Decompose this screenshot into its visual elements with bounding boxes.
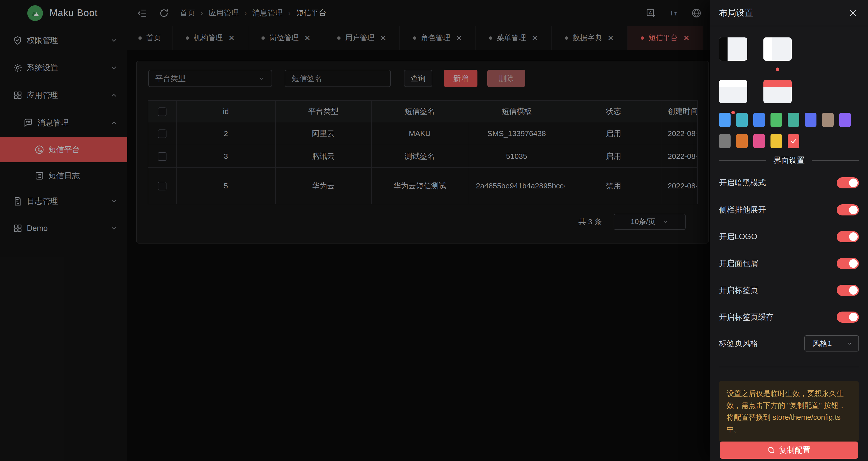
thumb-header-bar [719, 80, 747, 87]
copy-config-label: 复制配置 [779, 445, 810, 456]
color-swatch[interactable] [771, 134, 782, 148]
thumb-dark-sidebar-layout[interactable] [719, 37, 747, 61]
color-swatch[interactable] [753, 113, 765, 127]
app-root: Maku Boot 权限管理 系统设置 应用管理 消息管理 短信平台 [0, 0, 868, 461]
tabs-cache-toggle[interactable] [837, 312, 859, 323]
color-swatch[interactable] [753, 134, 765, 148]
setting-logo: 开启LOGO [719, 231, 859, 242]
logo-toggle[interactable] [837, 231, 859, 242]
thumb-header-bar [764, 80, 792, 87]
setting-breadcrumb: 开启面包屑 [719, 258, 859, 269]
thumb-light-header-layout[interactable] [719, 80, 747, 103]
setting-dark-mode: 开启暗黑模式 [719, 177, 859, 189]
close-icon[interactable] [848, 8, 858, 18]
section-title: 界面设置 [773, 155, 805, 166]
drawer-divider [719, 367, 859, 367]
tab-style-select[interactable]: 风格1 [804, 335, 859, 351]
section-divider: 界面设置 [719, 155, 859, 165]
setting-tab-style: 标签页风格 风格1 [719, 335, 859, 351]
breadcrumb-toggle[interactable] [837, 258, 859, 269]
notice-box: 设置之后仅是临时生效，要想永久生效，需点击下方的 "复制配置" 按钮，将配置替换… [719, 381, 859, 442]
thumb-selected-dot [731, 111, 735, 114]
color-swatch[interactable] [736, 134, 748, 148]
color-swatch[interactable] [822, 113, 834, 127]
copy-icon [768, 446, 775, 454]
color-swatch[interactable] [788, 113, 799, 127]
color-swatch[interactable] [839, 113, 851, 127]
thumb-sidebar-strip [719, 37, 727, 61]
color-swatch[interactable] [719, 113, 731, 127]
color-swatch-selected[interactable] [788, 134, 799, 148]
setting-tabs-cache: 开启标签页缓存 [719, 312, 859, 323]
color-swatch[interactable] [736, 113, 748, 127]
color-swatch[interactable] [719, 134, 731, 148]
drawer-title: 布局设置 [719, 7, 753, 19]
thumb-light-sidebar-layout[interactable] [764, 37, 792, 61]
setting-tabs: 开启标签页 [719, 285, 859, 296]
dark-mode-toggle[interactable] [837, 177, 859, 189]
thumb-selected-dot [776, 67, 779, 71]
copy-config-button[interactable]: 复制配置 [720, 441, 858, 459]
chevron-down-icon [846, 340, 853, 347]
thumb-primary-header-layout[interactable] [764, 80, 792, 103]
thumb-sidebar-strip [764, 37, 772, 61]
setting-sidebar-accordion: 侧栏排他展开 [719, 204, 859, 215]
sidebar-accordion-toggle[interactable] [837, 204, 859, 215]
layout-settings-drawer: 布局设置 界面设置 [710, 0, 868, 461]
color-swatch[interactable] [771, 113, 782, 127]
color-swatch[interactable] [805, 113, 816, 127]
drawer-header: 布局设置 [710, 0, 868, 26]
tab-style-value: 风格1 [812, 338, 832, 349]
tabs-toggle[interactable] [837, 285, 859, 296]
modal-overlay[interactable] [0, 0, 710, 461]
